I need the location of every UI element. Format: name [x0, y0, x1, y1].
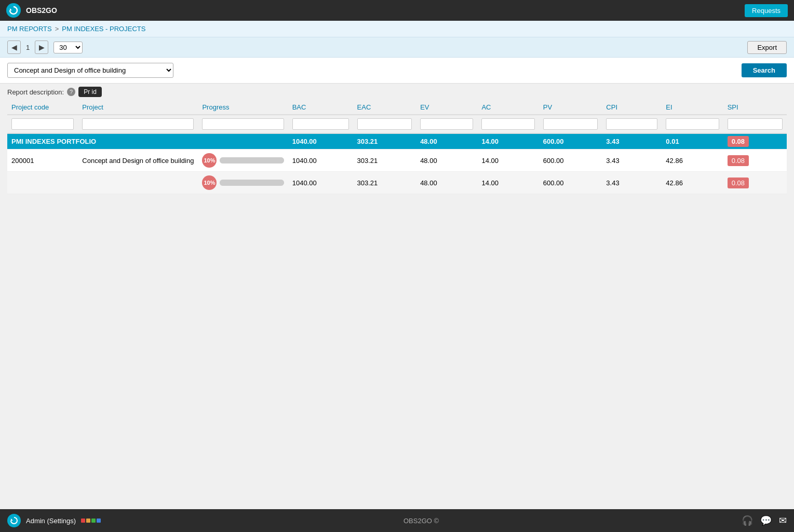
col-eac: EAC [353, 100, 416, 115]
progress-badge: 10% [202, 153, 217, 168]
row-spi: 0.08 [723, 149, 787, 172]
filter-bac[interactable] [292, 118, 349, 130]
col-ev: EV [416, 100, 477, 115]
summary-progress: 10% [198, 172, 288, 194]
col-cpi: CPI [602, 100, 662, 115]
filter-project[interactable] [82, 118, 194, 130]
app-title: OBS2GO [26, 6, 57, 15]
summary-progress-cell: 10% [202, 175, 284, 190]
bottom-bar: Admin (Settings) OBS2GO © 🎧 💬 ✉ [0, 509, 794, 532]
table-row: 200001 Concept and Design of office buil… [7, 149, 787, 172]
filter-ac[interactable] [481, 118, 534, 130]
data-table: Project code Project Progress BAC EAC EV… [7, 100, 787, 194]
portfolio-label: PMI INDEXES PORTFOLIO [7, 133, 288, 149]
row-ev: 48.00 [416, 149, 477, 172]
row-cpi: 3.43 [602, 149, 662, 172]
chat-icon[interactable]: 💬 [760, 515, 772, 526]
filter-project-code[interactable] [11, 118, 74, 130]
col-project-code: Project code [7, 100, 78, 115]
row-spi-badge: 0.08 [728, 155, 749, 166]
col-ei: EI [662, 100, 723, 115]
headset-icon[interactable]: 🎧 [742, 515, 753, 526]
summary-code [7, 172, 78, 194]
bottom-left: Admin (Settings) [7, 514, 101, 527]
summary-project [78, 172, 198, 194]
svg-marker-0 [10, 8, 12, 10]
colorful-icon [81, 519, 101, 523]
mail-icon[interactable]: ✉ [779, 515, 787, 526]
export-button[interactable]: Export [747, 41, 787, 54]
summary-progress-badge: 10% [202, 175, 217, 190]
prid-badge: Pr id [78, 87, 102, 97]
row-bac: 1040.00 [288, 149, 353, 172]
summary-row: 10% 1040.00 303.21 48.00 14.00 600.00 3.… [7, 172, 787, 194]
portfolio-eac: 303.21 [353, 133, 416, 149]
summary-eac: 303.21 [353, 172, 416, 194]
col-project: Project [78, 100, 198, 115]
portfolio-bac: 1040.00 [288, 133, 353, 149]
summary-progress-bar-fill [220, 180, 284, 186]
bottom-logo [7, 514, 21, 527]
summary-ac: 14.00 [477, 172, 539, 194]
portfolio-spi: 0.08 [723, 133, 787, 149]
row-pv: 600.00 [539, 149, 602, 172]
portfolio-pv: 600.00 [539, 133, 602, 149]
bottom-user[interactable]: Admin (Settings) [26, 517, 76, 525]
summary-progress-bar-bg [220, 180, 284, 186]
help-icon[interactable]: ? [67, 88, 75, 96]
toolbar: ◀ 1 ▶ 30 50 100 Export [0, 37, 794, 58]
filter-cpi[interactable] [606, 118, 657, 130]
portfolio-row: PMI INDEXES PORTFOLIO 1040.00 303.21 48.… [7, 133, 787, 149]
col-pv: PV [539, 100, 602, 115]
summary-cpi: 3.43 [602, 172, 662, 194]
summary-ev: 48.00 [416, 172, 477, 194]
breadcrumb-parent[interactable]: PM REPORTS [7, 25, 52, 33]
portfolio-ac: 14.00 [477, 133, 539, 149]
row-project-code: 200001 [7, 149, 78, 172]
progress-bar-fill [220, 157, 284, 163]
column-header-row: Project code Project Progress BAC EAC EV… [7, 100, 787, 115]
app-logo[interactable] [6, 3, 21, 18]
bottom-right: 🎧 💬 ✉ [742, 515, 787, 526]
next-button[interactable]: ▶ [35, 40, 48, 54]
portfolio-ei: 0.01 [662, 133, 723, 149]
row-project: Concept and Design of office building [78, 149, 198, 172]
svg-marker-1 [11, 519, 13, 521]
col-bac: BAC [288, 100, 353, 115]
filter-spi[interactable] [728, 118, 783, 130]
per-page-select[interactable]: 30 50 100 [53, 42, 83, 53]
table-container: Project code Project Progress BAC EAC EV… [0, 100, 794, 194]
filter-row [7, 115, 787, 133]
col-ac: AC [477, 100, 539, 115]
col-spi: SPI [723, 100, 787, 115]
summary-spi: 0.08 [723, 172, 787, 194]
filter-eac[interactable] [357, 118, 412, 130]
row-ei: 42.86 [662, 149, 723, 172]
summary-ei: 42.86 [662, 172, 723, 194]
row-eac: 303.21 [353, 149, 416, 172]
col-progress: Progress [198, 100, 288, 115]
breadcrumb: PM REPORTS > PM INDEXES - PROJECTS [0, 21, 794, 37]
row-ac: 14.00 [477, 149, 539, 172]
navbar-left: OBS2GO [6, 3, 57, 18]
navbar: OBS2GO Requests [0, 0, 794, 21]
prev-button[interactable]: ◀ [7, 40, 21, 54]
summary-bac: 1040.00 [288, 172, 353, 194]
breadcrumb-current: PM INDEXES - PROJECTS [62, 25, 145, 33]
bottom-copyright: OBS2GO © [403, 517, 439, 525]
portfolio-ev: 48.00 [416, 133, 477, 149]
page-number: 1 [26, 44, 30, 51]
search-area: Concept and Design of office building Se… [0, 58, 794, 84]
summary-spi-badge: 0.08 [728, 178, 749, 188]
filter-ev[interactable] [420, 118, 473, 130]
requests-button[interactable]: Requests [745, 4, 788, 17]
project-dropdown[interactable]: Concept and Design of office building [7, 63, 173, 78]
search-button[interactable]: Search [742, 63, 787, 77]
report-description-label: Report description: [7, 88, 64, 96]
breadcrumb-separator: > [55, 25, 59, 33]
portfolio-cpi: 3.43 [602, 133, 662, 149]
portfolio-spi-badge: 0.08 [728, 136, 749, 147]
filter-ei[interactable] [666, 118, 719, 130]
filter-progress[interactable] [202, 118, 284, 130]
filter-pv[interactable] [543, 118, 598, 130]
